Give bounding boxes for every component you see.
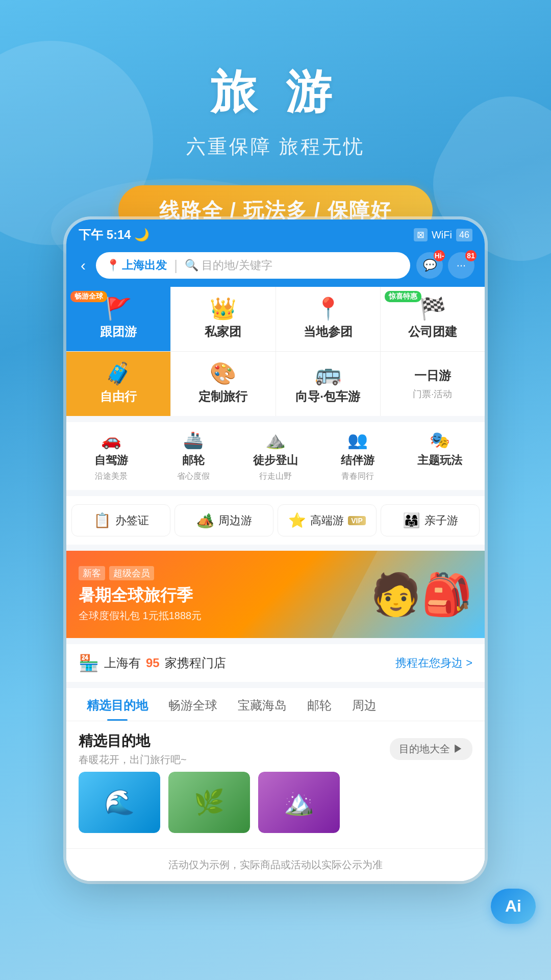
category-custom-travel[interactable]: 🎨 定制旅行 <box>171 352 275 416</box>
hero-subtitle: 六重保障 旅程无忧 <box>0 134 551 160</box>
cat-cruise[interactable]: 🚢 邮轮 省心度假 <box>154 430 234 482</box>
destination-header: 精选目的地 春暖花开，出门旅行吧~ 目的地大全 ▶ <box>79 731 472 767</box>
search-input[interactable]: 🔍 目的地/关键字 <box>185 258 400 273</box>
location-icon: 📍 <box>106 259 120 272</box>
free-travel-label: 自由行 <box>100 388 137 405</box>
tab-selected-dest[interactable]: 精选目的地 <box>77 688 158 721</box>
company-tour-icon: 🏁 <box>419 298 446 320</box>
tab-nearby[interactable]: 周边 <box>342 688 387 721</box>
search-origin: 📍 上海出发 <box>106 258 167 273</box>
banner-tag2: 超级会员 <box>109 566 154 580</box>
category-day-trip[interactable]: 一日游 门票·活动 <box>381 352 485 416</box>
tabs-row: 精选目的地 畅游全球 宝藏海岛 邮轮 周边 <box>66 688 485 721</box>
store-text1: 上海有 <box>104 655 141 671</box>
visa-icon: 📋 <box>93 512 111 529</box>
vip-badge: VIP <box>348 516 366 525</box>
companion-label: 结伴游 <box>341 453 374 468</box>
family-icon: 👨‍👩‍👧 <box>403 512 420 529</box>
search-divider: | <box>174 257 178 274</box>
category-group-tour[interactable]: 畅游全球 🚩 跟团游 <box>66 287 170 351</box>
nearby-icon: 🏕️ <box>196 512 214 529</box>
theme-label: 主题玩法 <box>417 453 462 468</box>
cruise-label: 邮轮 <box>182 453 205 468</box>
more-button[interactable]: ··· 81 <box>448 252 474 279</box>
dest-thumb-1[interactable]: 🌊 <box>79 772 160 833</box>
store-left: 🏪 上海有 95 家携程门店 <box>79 653 226 673</box>
family-label: 亲子游 <box>424 513 458 528</box>
nearby-label: 周边游 <box>218 513 252 528</box>
guide-bus-icon: 🚌 <box>315 363 341 384</box>
banner-character: 🧑‍🎒 <box>370 571 472 619</box>
company-tour-label: 公司团建 <box>408 324 457 340</box>
cat-hiking[interactable]: ⛰️ 徒步登山 行走山野 <box>236 430 316 482</box>
local-tour-label: 当地参团 <box>304 324 353 340</box>
service-nearby[interactable]: 🏕️ 周边游 <box>174 504 273 536</box>
dest-thumb-2[interactable]: 🌿 <box>168 772 250 833</box>
phone-mockup: 下午 5:14 🌙 ⊠ WiFi 46 ‹ 📍 上海出发 | 🔍 目的地/关键字… <box>66 219 485 881</box>
tab-island[interactable]: 宝藏海岛 <box>228 688 297 721</box>
destination-section: 精选目的地 春暖花开，出门旅行吧~ 目的地大全 ▶ 🌊 🌿 <box>66 721 485 848</box>
hiking-sub: 行走山野 <box>259 471 292 482</box>
screen-icon: ⊠ <box>414 228 428 241</box>
back-button[interactable]: ‹ <box>77 255 90 276</box>
destination-subtitle: 春暖花开，出门旅行吧~ <box>79 753 187 767</box>
banner-text: 新客 超级会员 暑期全球旅行季 全球度假礼包 1元抵1888元 <box>79 566 202 623</box>
category-private-tour[interactable]: 👑 私家团 <box>171 287 275 351</box>
luxury-icon: ⭐ <box>288 512 306 529</box>
app-body: 畅游全球 🚩 跟团游 👑 私家团 📍 当地参团 惊喜特惠 🏁 公司团建 🧳 自由… <box>66 287 485 881</box>
guide-bus-label: 向导·包车游 <box>295 388 360 405</box>
cruise-icon: 🚢 <box>183 430 204 450</box>
category-grid: 畅游全球 🚩 跟团游 👑 私家团 📍 当地参团 惊喜特惠 🏁 公司团建 🧳 自由… <box>66 287 485 416</box>
battery-icon: 46 <box>456 229 472 241</box>
store-count: 95 <box>146 656 160 670</box>
status-bar: 下午 5:14 🌙 ⊠ WiFi 46 <box>66 219 485 247</box>
store-link[interactable]: 携程在您身边 > <box>395 655 472 671</box>
cat-tag-global: 畅游全球 <box>70 291 107 302</box>
store-icon: 🏪 <box>79 653 99 673</box>
cat-self-drive[interactable]: 🚗 自驾游 沿途美景 <box>71 430 152 482</box>
service-row: 📋 办签证 🏕️ 周边游 ⭐ 高端游 VIP 👨‍👩‍👧 亲子游 <box>66 496 485 545</box>
service-family[interactable]: 👨‍👩‍👧 亲子游 <box>381 504 480 536</box>
cat-theme[interactable]: 🎭 主题玩法 <box>399 430 480 482</box>
avatar-icon: 💬 <box>423 259 437 272</box>
avatar-button[interactable]: 💬 Hi- <box>416 252 443 279</box>
banner-tag1: 新客 <box>79 566 105 580</box>
destination-thumbnails: 🌊 🌿 🏔️ <box>79 772 472 838</box>
custom-travel-label: 定制旅行 <box>198 388 247 405</box>
search-bar[interactable]: 📍 上海出发 | 🔍 目的地/关键字 <box>96 252 410 279</box>
promo-banner[interactable]: 新客 超级会员 暑期全球旅行季 全球度假礼包 1元抵1888元 🧑‍🎒 <box>66 551 485 638</box>
service-luxury[interactable]: ⭐ 高端游 VIP <box>278 504 377 536</box>
destination-title: 精选目的地 <box>79 731 187 751</box>
dest-thumb-3[interactable]: 🏔️ <box>258 772 340 833</box>
status-time: 下午 5:14 🌙 <box>79 227 149 243</box>
local-tour-icon: 📍 <box>315 298 341 320</box>
cat-companion[interactable]: 👥 结伴游 青春同行 <box>317 430 397 482</box>
category-free-travel[interactable]: 🧳 自由行 <box>66 352 170 416</box>
service-visa[interactable]: 📋 办签证 <box>71 504 170 536</box>
self-drive-icon: 🚗 <box>101 430 121 450</box>
category-company-tour[interactable]: 惊喜特惠 🏁 公司团建 <box>381 287 485 351</box>
day-trip-sublabel: 门票·活动 <box>413 388 452 400</box>
tab-global[interactable]: 畅游全球 <box>158 688 228 721</box>
more-dots: ··· <box>457 259 466 272</box>
moon-icon: 🌙 <box>134 228 149 241</box>
destination-all-button[interactable]: 目的地大全 ▶ <box>390 738 472 760</box>
private-tour-label: 私家团 <box>205 324 241 340</box>
theme-icon: 🎭 <box>430 430 450 450</box>
companion-icon: 👥 <box>347 430 368 450</box>
banner-main-text: 暑期全球旅行季 <box>79 584 202 607</box>
group-tour-icon: 🚩 <box>105 298 132 320</box>
free-travel-icon: 🧳 <box>105 363 132 384</box>
wifi-icon: WiFi <box>432 229 452 241</box>
app-header: ‹ 📍 上海出发 | 🔍 目的地/关键字 💬 Hi- ··· 81 <box>66 247 485 287</box>
category-local-tour[interactable]: 📍 当地参团 <box>276 287 380 351</box>
day-trip-label: 一日游 <box>414 368 451 384</box>
hi-badge: Hi- <box>434 250 445 261</box>
category-guide-bus[interactable]: 🚌 向导·包车游 <box>276 352 380 416</box>
group-tour-label: 跟团游 <box>100 324 137 340</box>
ai-button[interactable]: Ai <box>491 889 536 924</box>
tab-cruise[interactable]: 邮轮 <box>297 688 342 721</box>
private-tour-icon: 👑 <box>210 298 236 320</box>
more-badge: 81 <box>465 250 477 261</box>
status-icons: ⊠ WiFi 46 <box>414 228 472 241</box>
